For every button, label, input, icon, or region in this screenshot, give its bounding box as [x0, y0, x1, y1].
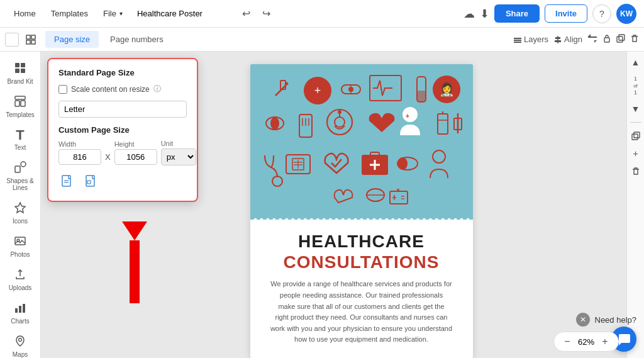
help-button[interactable]: ?: [592, 4, 611, 23]
svg-rect-15: [617, 36, 623, 42]
templates-icon: [14, 95, 26, 109]
secondary-toolbar: Page size Page numbers Layers Align: [0, 28, 644, 52]
poster-canvas[interactable]: +: [250, 64, 473, 358]
document-title-input[interactable]: [131, 6, 232, 21]
total-pages: 1: [634, 89, 637, 96]
panel-add-button[interactable]: +: [629, 147, 643, 160]
cloud-save-icon[interactable]: ☁: [464, 7, 475, 21]
svg-point-87: [397, 157, 408, 170]
help-bubble: ✕ Need help?: [576, 313, 637, 327]
instructional-arrow: [122, 221, 147, 303]
zoom-out-button[interactable]: −: [560, 335, 574, 349]
file-chevron-icon: ▾: [119, 10, 123, 17]
current-page: 1: [634, 76, 637, 82]
sidebar-item-maps[interactable]: Maps: [2, 330, 38, 358]
scale-content-row: Scale content on resize ⓘ: [58, 84, 187, 94]
shapes-icon: [14, 161, 26, 176]
flip-icon[interactable]: [587, 33, 597, 45]
page-checkbox[interactable]: [5, 33, 19, 47]
redo-button[interactable]: ↪: [257, 4, 276, 23]
svg-text:+: +: [406, 113, 409, 120]
delete-icon[interactable]: [630, 34, 639, 45]
panel-trash-button[interactable]: [629, 164, 643, 178]
svg-rect-56: [417, 91, 426, 102]
info-icon[interactable]: ⓘ: [153, 84, 161, 94]
nav-file[interactable]: File ▾: [97, 5, 129, 22]
sidebar-item-photos[interactable]: Photos: [2, 230, 38, 262]
svg-rect-26: [15, 237, 25, 245]
svg-rect-5: [514, 40, 521, 41]
scale-content-checkbox[interactable]: [58, 85, 67, 94]
x-separator: X: [105, 152, 111, 162]
tab-page-numbers[interactable]: Page numbers: [101, 31, 172, 48]
svg-rect-45: [87, 181, 91, 184]
uploads-icon: [14, 268, 26, 282]
lock-icon[interactable]: [602, 34, 611, 45]
layers-control[interactable]: Layers: [513, 35, 548, 44]
svg-rect-4: [514, 38, 521, 39]
new-page-icon[interactable]: [58, 173, 76, 191]
poster-bottom: HEALTHCARE CONSULTATIONS We provide a ra…: [250, 220, 473, 358]
sidebar-item-templates[interactable]: Templates: [2, 90, 38, 122]
svg-rect-23: [15, 166, 20, 172]
sidebar-item-text[interactable]: T Text: [2, 123, 38, 155]
tab-page-size[interactable]: Page size: [45, 31, 99, 48]
charts-icon: [14, 301, 26, 316]
undo-button[interactable]: ↩: [237, 4, 256, 23]
width-input[interactable]: [58, 149, 101, 165]
nav-templates[interactable]: Templates: [45, 5, 94, 22]
svg-marker-12: [594, 40, 597, 43]
svg-rect-0: [26, 35, 30, 39]
sidebar-item-charts[interactable]: Charts: [2, 296, 38, 328]
close-help-button[interactable]: ✕: [576, 313, 590, 327]
scroll-down-button[interactable]: ▼: [629, 102, 643, 116]
grid-view-icon[interactable]: [24, 33, 38, 47]
scroll-up-button[interactable]: ▲: [629, 55, 643, 69]
svg-rect-3: [31, 40, 35, 44]
svg-rect-21: [15, 101, 19, 106]
panel-divider: [630, 122, 641, 123]
sidebar-label-brand-kit: Brand Kit: [7, 78, 33, 85]
svg-rect-29: [19, 306, 21, 313]
maps-icon: [14, 335, 26, 349]
svg-rect-19: [21, 69, 25, 73]
secondary-toolbar-right: Layers Align: [513, 33, 639, 45]
page-size-select[interactable]: Letter A4 A3 Legal Tabloid: [58, 101, 187, 118]
invite-button[interactable]: Invite: [545, 4, 587, 23]
sidebar-item-shapes[interactable]: Shapes & Lines: [2, 156, 38, 195]
custom-size-title: Custom Page Size: [58, 125, 187, 135]
svg-rect-2: [26, 40, 30, 44]
page-separator: of: [633, 83, 638, 89]
svg-rect-72: [438, 114, 448, 134]
sidebar-label-text: Text: [14, 144, 26, 151]
poster: +: [250, 64, 473, 358]
page-size-popup: Standard Page Size Scale content on resi…: [47, 58, 198, 202]
poster-heading: HEALTHCARE: [265, 232, 458, 252]
copy-icon[interactable]: [616, 34, 625, 45]
svg-point-69: [338, 110, 341, 114]
height-group: Height: [114, 140, 157, 165]
sidebar-item-icons[interactable]: Icons: [2, 196, 38, 228]
template-icon[interactable]: [82, 173, 100, 191]
sidebar-item-uploads[interactable]: Uploads: [2, 263, 38, 295]
svg-text:+: +: [314, 84, 321, 97]
share-button[interactable]: Share: [494, 4, 540, 23]
svg-point-70: [402, 107, 418, 122]
download-icon[interactable]: ⬇: [480, 7, 489, 21]
unit-select[interactable]: px in cm mm: [161, 148, 196, 165]
avatar[interactable]: KW: [616, 4, 636, 24]
panel-copy-button[interactable]: [629, 129, 643, 143]
brand-kit-icon: [14, 62, 26, 76]
zoom-bar: − 62% +: [553, 332, 619, 352]
sidebar-label-templates: Templates: [6, 111, 35, 118]
arrow-shaft: [130, 240, 140, 303]
sidebar-item-brand-kit[interactable]: Brand Kit: [2, 57, 38, 89]
zoom-in-button[interactable]: +: [598, 335, 612, 349]
right-panel: ▲ 1 of 1 ▼ +: [626, 52, 644, 358]
align-control[interactable]: Align: [553, 35, 582, 44]
svg-rect-14: [619, 35, 625, 40]
height-input[interactable]: [114, 149, 157, 165]
nav-home[interactable]: Home: [8, 5, 42, 22]
popup-title: Standard Page Size: [58, 68, 187, 77]
svg-rect-6: [514, 42, 521, 43]
